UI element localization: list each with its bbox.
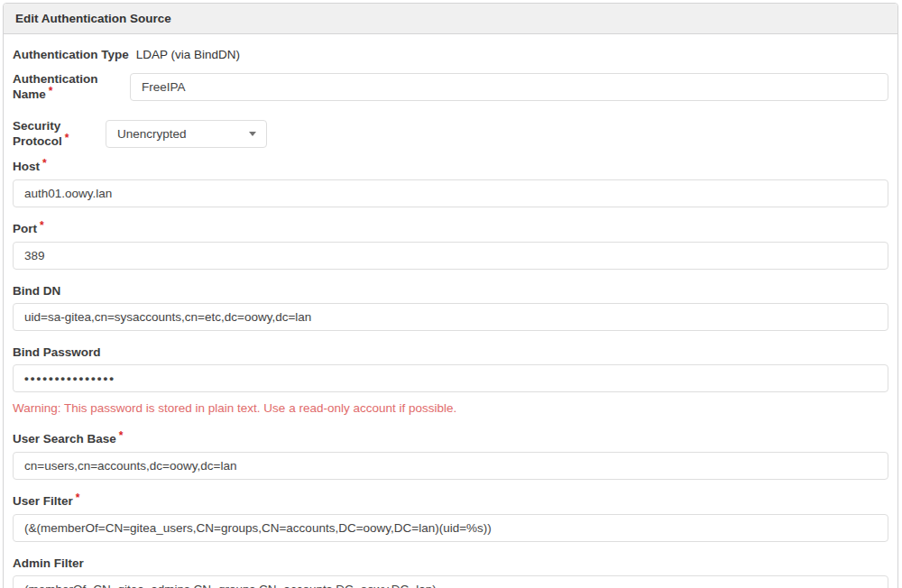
field-security-protocol: Security Protocol* Unencrypted — [13, 118, 888, 150]
required-asterisk: * — [119, 429, 124, 442]
field-port: Port* — [13, 221, 888, 270]
required-asterisk: * — [40, 219, 44, 232]
port-label: Port* — [13, 221, 888, 237]
field-authentication-type: Authentication Type LDAP (via BindDN) — [13, 47, 888, 62]
authentication-name-input[interactable] — [130, 73, 888, 101]
edit-auth-source-panel: Edit Authentication Source Authenticatio… — [3, 3, 898, 588]
security-protocol-dropdown[interactable]: Unencrypted — [106, 120, 267, 148]
user-search-base-label: User Search Base* — [13, 431, 888, 447]
auth-source-form: Authentication Type LDAP (via BindDN) Au… — [4, 34, 897, 588]
field-bind-dn: Bind DN — [13, 283, 888, 331]
panel-title: Edit Authentication Source — [15, 12, 171, 25]
field-admin-filter: Admin Filter — [13, 556, 888, 588]
field-authentication-name: Authentication Name* — [13, 71, 888, 103]
panel-header: Edit Authentication Source — [4, 4, 897, 34]
authentication-type-label: Authentication Type — [13, 47, 129, 62]
bind-dn-label: Bind DN — [13, 283, 888, 299]
password-plaintext-warning: Warning: This password is stored in plai… — [13, 401, 888, 416]
admin-filter-label: Admin Filter — [13, 556, 888, 571]
field-host: Host* — [13, 159, 888, 207]
required-asterisk: * — [42, 157, 47, 170]
host-input[interactable] — [13, 179, 888, 207]
security-protocol-label: Security Protocol* — [13, 118, 106, 150]
field-user-search-base: User Search Base* — [13, 431, 888, 480]
security-protocol-selected-value: Unencrypted — [117, 127, 187, 141]
authentication-type-value: LDAP (via BindDN) — [136, 48, 240, 61]
required-asterisk: * — [49, 85, 53, 97]
field-user-filter: User Filter* — [13, 493, 888, 542]
dropdown-caret-icon — [249, 132, 256, 136]
user-filter-input[interactable] — [13, 514, 888, 542]
bind-password-label: Bind Password — [13, 345, 888, 360]
host-label: Host* — [13, 159, 888, 175]
user-filter-label: User Filter* — [13, 493, 888, 510]
field-bind-password: Bind Password Warning: This password is … — [13, 345, 888, 416]
user-search-base-input[interactable] — [13, 452, 888, 480]
bind-password-input[interactable] — [13, 364, 888, 392]
authentication-name-label: Authentication Name* — [13, 71, 130, 103]
required-asterisk: * — [65, 132, 69, 144]
bind-dn-input[interactable] — [13, 303, 888, 331]
required-asterisk: * — [76, 492, 80, 504]
port-input[interactable] — [13, 242, 888, 270]
admin-filter-input[interactable] — [13, 575, 888, 588]
